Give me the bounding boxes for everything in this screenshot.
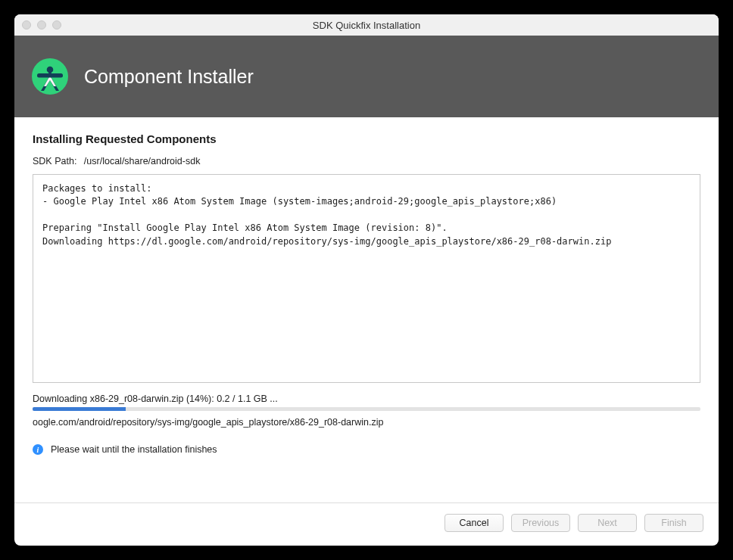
progress-bar-fill xyxy=(33,407,126,411)
page-heading: Installing Requested Components xyxy=(33,132,700,145)
previous-button: Previous xyxy=(511,514,570,532)
banner-title: Component Installer xyxy=(84,66,254,88)
minimize-window-button[interactable] xyxy=(37,20,46,30)
info-icon: i xyxy=(33,444,43,455)
window-title: SDK Quickfix Installation xyxy=(14,20,719,31)
sdk-path-value: /usr/local/share/android-sdk xyxy=(84,156,201,166)
titlebar: SDK Quickfix Installation xyxy=(14,14,719,36)
cancel-button[interactable]: Cancel xyxy=(444,514,504,532)
zoom-window-button[interactable] xyxy=(52,20,61,30)
sdk-path-row: SDK Path: /usr/local/share/android-sdk xyxy=(33,156,700,166)
download-status: Downloading x86-29_r08-darwin.zip (14%):… xyxy=(33,394,700,404)
close-window-button[interactable] xyxy=(22,20,31,30)
svg-rect-3 xyxy=(37,73,63,78)
banner: Component Installer xyxy=(14,36,719,117)
content-area: Installing Requested Components SDK Path… xyxy=(14,117,719,502)
info-message: Please wait until the installation finis… xyxy=(51,444,217,455)
install-log[interactable]: Packages to install: - Google Play Intel… xyxy=(33,174,700,383)
footer-buttons: Cancel Previous Next Finish xyxy=(14,502,719,546)
finish-button: Finish xyxy=(644,514,703,532)
installer-window: SDK Quickfix Installation Component Inst… xyxy=(14,14,719,546)
progress-bar xyxy=(33,407,700,411)
download-path: oogle.com/android/repository/sys-img/goo… xyxy=(33,417,700,428)
window-controls xyxy=(22,20,61,30)
android-studio-icon xyxy=(31,58,69,95)
next-button: Next xyxy=(578,514,637,532)
info-row: i Please wait until the installation fin… xyxy=(33,444,700,455)
sdk-path-label: SDK Path: xyxy=(33,156,76,166)
